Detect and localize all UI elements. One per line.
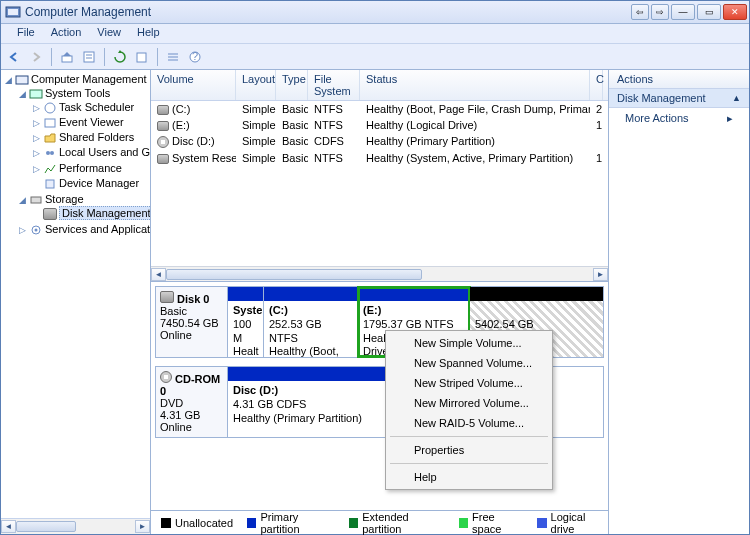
ctx-new-mirrored-volume[interactable]: New Mirrored Volume... bbox=[388, 393, 550, 413]
disk-0-header: Disk 0 Basic 7450.54 GB Online bbox=[156, 287, 228, 357]
tree-system-tools[interactable]: ◢System Tools ▷Task Scheduler ▷Event Vie… bbox=[17, 86, 148, 192]
context-menu: New Simple Volume... New Spanned Volume.… bbox=[385, 330, 553, 490]
actions-section[interactable]: Disk Management ▲ bbox=[609, 89, 749, 108]
cdrom-0-header: CD-ROM 0 DVD 4.31 GB Online bbox=[156, 367, 228, 437]
ctx-help[interactable]: Help bbox=[388, 467, 550, 487]
volume-h-scrollbar[interactable]: ◄► bbox=[151, 266, 608, 281]
menu-help[interactable]: Help bbox=[129, 24, 168, 43]
svg-point-16 bbox=[46, 151, 50, 155]
col-filesystem[interactable]: File System bbox=[308, 70, 360, 100]
tree-root[interactable]: ◢Computer Management (Local ◢System Tool… bbox=[3, 72, 148, 238]
legend-extended-icon bbox=[349, 518, 358, 528]
volume-row[interactable]: (E:)SimpleBasicNTFSHealthy (Logical Driv… bbox=[151, 117, 608, 133]
legend-free-icon bbox=[459, 518, 468, 528]
tree-device-manager[interactable]: Device Manager bbox=[31, 176, 148, 191]
svg-point-17 bbox=[50, 151, 54, 155]
minimize-button[interactable]: — bbox=[671, 4, 695, 20]
export-icon[interactable] bbox=[133, 48, 151, 66]
svg-rect-3 bbox=[84, 52, 94, 62]
menu-action[interactable]: Action bbox=[43, 24, 90, 43]
svg-rect-2 bbox=[62, 56, 72, 62]
volume-row[interactable]: Disc (D:)SimpleBasicCDFSHealthy (Primary… bbox=[151, 133, 608, 150]
cd-icon bbox=[160, 371, 172, 383]
tree-services[interactable]: ▷Services and Applications bbox=[17, 222, 148, 237]
forward-icon[interactable] bbox=[27, 48, 45, 66]
svg-rect-15 bbox=[45, 119, 55, 127]
chevron-up-icon: ▲ bbox=[732, 93, 741, 103]
actions-header: Actions bbox=[609, 70, 749, 89]
app-icon bbox=[5, 4, 21, 20]
tree-local-users[interactable]: ▷Local Users and Groups bbox=[31, 145, 148, 160]
legend-logical-icon bbox=[537, 518, 546, 528]
volume-row[interactable]: System ReservedSimpleBasicNTFSHealthy (S… bbox=[151, 150, 608, 166]
tree-scrollbar[interactable]: ◄► bbox=[1, 518, 150, 534]
refresh-icon[interactable] bbox=[111, 48, 129, 66]
col-layout[interactable]: Layout bbox=[236, 70, 276, 100]
tree-disk-management[interactable]: Disk Management bbox=[31, 206, 148, 221]
col-volume[interactable]: Volume bbox=[151, 70, 236, 100]
volume-row[interactable]: (C:)SimpleBasicNTFSHealthy (Boot, Page F… bbox=[151, 101, 608, 117]
help-icon[interactable]: ? bbox=[186, 48, 204, 66]
tree-shared-folders[interactable]: ▷Shared Folders bbox=[31, 130, 148, 145]
tree-storage[interactable]: ◢Storage Disk Management bbox=[17, 192, 148, 222]
up-icon[interactable] bbox=[58, 48, 76, 66]
partition-c[interactable]: (C:)252.53 GB NTFSHealthy (Boot, Page F bbox=[264, 287, 358, 357]
titlebar: Computer Management ⇦ ⇨ — ▭ ✕ bbox=[1, 1, 749, 24]
col-c[interactable]: C bbox=[590, 70, 603, 100]
more-actions[interactable]: More Actions ▸ bbox=[609, 108, 749, 129]
ctx-new-striped-volume[interactable]: New Striped Volume... bbox=[388, 373, 550, 393]
ctx-new-raid5-volume[interactable]: New RAID-5 Volume... bbox=[388, 413, 550, 433]
close-button[interactable]: ✕ bbox=[723, 4, 747, 20]
properties-icon[interactable] bbox=[80, 48, 98, 66]
svg-text:?: ? bbox=[192, 50, 198, 62]
actions-pane: Actions Disk Management ▲ More Actions ▸ bbox=[609, 70, 749, 534]
svg-rect-6 bbox=[137, 53, 146, 62]
ctx-new-spanned-volume[interactable]: New Spanned Volume... bbox=[388, 353, 550, 373]
legend: Unallocated Primary partition Extended p… bbox=[151, 510, 608, 534]
menu-file[interactable]: File bbox=[9, 24, 43, 43]
navigation-tree[interactable]: ◢Computer Management (Local ◢System Tool… bbox=[1, 70, 151, 518]
back-icon[interactable] bbox=[5, 48, 23, 66]
svg-point-14 bbox=[45, 103, 55, 113]
volume-list: Volume Layout Type File System Status C … bbox=[151, 70, 608, 282]
legend-primary-icon bbox=[247, 518, 256, 528]
list-icon[interactable] bbox=[164, 48, 182, 66]
svg-rect-13 bbox=[30, 90, 42, 98]
toolbar: ? bbox=[1, 44, 749, 70]
svg-rect-18 bbox=[46, 180, 54, 188]
svg-rect-1 bbox=[8, 9, 18, 15]
menu-view[interactable]: View bbox=[89, 24, 129, 43]
ctx-new-simple-volume[interactable]: New Simple Volume... bbox=[388, 333, 550, 353]
ctx-properties[interactable]: Properties bbox=[388, 440, 550, 460]
maximize-button[interactable]: ▭ bbox=[697, 4, 721, 20]
computer-management-window: Computer Management ⇦ ⇨ — ▭ ✕ File Actio… bbox=[0, 0, 750, 535]
window-title: Computer Management bbox=[25, 5, 151, 19]
svg-rect-12 bbox=[16, 76, 28, 84]
svg-point-21 bbox=[35, 229, 38, 232]
col-type[interactable]: Type bbox=[276, 70, 308, 100]
partition-system-reserved[interactable]: Syste100 MHealt bbox=[228, 287, 264, 357]
next-button[interactable]: ⇨ bbox=[651, 4, 669, 20]
prev-button[interactable]: ⇦ bbox=[631, 4, 649, 20]
menubar: File Action View Help bbox=[1, 24, 749, 44]
tree-event-viewer[interactable]: ▷Event Viewer bbox=[31, 115, 148, 130]
svg-rect-19 bbox=[31, 197, 41, 203]
legend-unallocated-icon bbox=[161, 518, 171, 528]
tree-task-scheduler[interactable]: ▷Task Scheduler bbox=[31, 100, 148, 115]
tree-performance[interactable]: ▷Performance bbox=[31, 161, 148, 176]
disk-icon bbox=[160, 291, 174, 303]
volume-list-header: Volume Layout Type File System Status C bbox=[151, 70, 608, 101]
col-status[interactable]: Status bbox=[360, 70, 590, 100]
chevron-right-icon: ▸ bbox=[727, 112, 733, 125]
